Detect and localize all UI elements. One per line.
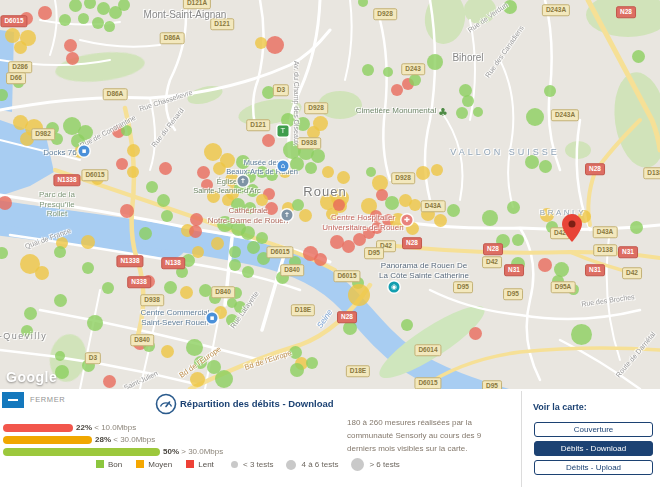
road-badge: N338 bbox=[127, 276, 151, 288]
test-count-legend: < 3 tests4 à 6 tests> 6 tests bbox=[231, 458, 413, 471]
map-dot-r bbox=[189, 225, 202, 238]
road-badge: D95 bbox=[453, 281, 473, 293]
road-badge: D6015 bbox=[81, 169, 108, 181]
map-label: Centre CommercialSaint-Sever Rouen bbox=[141, 308, 210, 327]
map-dot-y bbox=[35, 266, 49, 280]
quality-legend: BonMoyenLent bbox=[96, 460, 228, 469]
road-badge: D86A bbox=[160, 32, 185, 44]
map-dot-r bbox=[538, 258, 552, 272]
tree-icon[interactable]: ♣ bbox=[438, 107, 449, 118]
road-badge: D6015 bbox=[0, 15, 27, 27]
map-dot-r bbox=[266, 36, 284, 54]
map-dot-y bbox=[313, 116, 328, 131]
map-dot-g bbox=[482, 210, 498, 226]
test-legend-item: 4 à 6 tests bbox=[286, 460, 338, 470]
map-dot-g bbox=[54, 294, 67, 307]
map-dot-g bbox=[311, 149, 325, 163]
view-button-d-bits-upload[interactable]: Débits - Upload bbox=[534, 460, 653, 475]
map-dot-g bbox=[247, 241, 260, 254]
map-dot-g bbox=[512, 234, 524, 246]
map-canvas[interactable]: D6015D121AD121D86AD286D66D86AD3D928D243A… bbox=[0, 0, 660, 389]
road-badge: D121A bbox=[183, 0, 211, 9]
shopping-icon[interactable]: ▪ bbox=[79, 146, 90, 157]
map-dot-g bbox=[385, 196, 399, 210]
map-dot-y bbox=[431, 164, 443, 176]
map-dot-g bbox=[306, 357, 318, 369]
side-panel-heading: Voir la carte: bbox=[533, 402, 587, 412]
fermer-label[interactable]: FERMER bbox=[30, 395, 65, 404]
map-dot-g bbox=[104, 21, 115, 32]
road-badge: N1338 bbox=[53, 174, 80, 186]
test-legend-item: < 3 tests bbox=[231, 460, 273, 469]
church-icon[interactable]: ✝ bbox=[238, 176, 249, 187]
map-dot-g bbox=[69, 0, 82, 12]
map-dot-g bbox=[427, 54, 443, 70]
map-dot-r bbox=[64, 39, 77, 52]
map-dot-g bbox=[241, 226, 255, 240]
road-badge: D138 bbox=[593, 244, 617, 256]
map-dot-g bbox=[473, 107, 483, 117]
map-marker-pin[interactable] bbox=[562, 214, 582, 242]
map-dot-g bbox=[24, 307, 37, 320]
road-badge: D138 bbox=[643, 167, 660, 179]
speed-bar-row: 50% > 30.0Mbps bbox=[3, 442, 223, 454]
road-badge: D6014 bbox=[414, 344, 441, 356]
shopping-icon[interactable]: ▪ bbox=[207, 313, 218, 324]
road-badge: N31 bbox=[504, 264, 524, 276]
quality-legend-item: Moyen bbox=[136, 460, 172, 469]
map-dot-g bbox=[78, 13, 89, 24]
map-dot-y bbox=[409, 199, 421, 211]
view-button-couverture[interactable]: Couverture bbox=[534, 422, 653, 437]
map-dot-r bbox=[333, 199, 345, 211]
view-button-d-bits-download[interactable]: Débits - Download bbox=[534, 441, 653, 456]
map-dot-y bbox=[213, 162, 226, 175]
map-dot-r bbox=[116, 158, 128, 170]
map-dot-r bbox=[314, 253, 327, 266]
road-badge: D982 bbox=[31, 128, 55, 140]
measurement-note: 180 à 260 mesures réalisées par lacommun… bbox=[347, 416, 487, 455]
map-dot-y bbox=[211, 237, 224, 250]
road-badge: N138 bbox=[161, 257, 185, 269]
map-dot-y bbox=[5, 28, 20, 43]
map-dot-r bbox=[262, 134, 275, 147]
road-badge: D95 bbox=[503, 288, 523, 300]
map-label: Av. du Champ des Oiseaux bbox=[292, 61, 300, 146]
map-dot-g bbox=[507, 201, 520, 214]
hospital-icon[interactable]: ✚ bbox=[402, 215, 413, 226]
google-logo[interactable]: Google bbox=[6, 369, 57, 385]
test-legend-item: > 6 tests bbox=[351, 458, 399, 471]
map-dot-g bbox=[401, 319, 413, 331]
map-dot-r bbox=[159, 162, 172, 175]
road-badge: D243A bbox=[551, 109, 579, 121]
map-dot-g bbox=[227, 298, 237, 308]
map-dot-g bbox=[456, 107, 468, 119]
road-badge: D6015 bbox=[414, 377, 441, 389]
map-view-buttons: CouvertureDébits - DownloadDébits - Uplo… bbox=[534, 422, 653, 479]
road-badge: N28 bbox=[337, 311, 357, 323]
map-dot-g bbox=[54, 246, 66, 258]
map-dot-y bbox=[127, 166, 139, 178]
map-dot-y bbox=[161, 345, 174, 358]
church-icon[interactable]: ✝ bbox=[282, 210, 293, 221]
road-badge: D243 bbox=[401, 63, 425, 75]
map-label: CathédraleNotre-Dame de Rouen bbox=[208, 206, 288, 225]
museum-icon[interactable]: ⌂ bbox=[278, 161, 289, 172]
fermer-button[interactable] bbox=[2, 392, 24, 408]
panel-divider bbox=[521, 391, 522, 487]
map-dot-g bbox=[242, 266, 254, 278]
map-dot-y bbox=[322, 166, 334, 178]
map-dot-g bbox=[164, 281, 177, 294]
sensorly-map-page: D6015D121AD121D86AD286D66D86AD3D928D243A… bbox=[0, 0, 660, 489]
panorama-icon[interactable]: ◉ bbox=[389, 282, 400, 293]
quality-swatch bbox=[186, 460, 194, 468]
map-dot-g bbox=[362, 64, 374, 76]
map-dot-g bbox=[571, 324, 592, 345]
map-dot-y bbox=[416, 166, 430, 180]
map-dot-g bbox=[409, 74, 421, 86]
map-dot-r bbox=[120, 204, 134, 218]
map-dot-g bbox=[343, 321, 357, 335]
map-dot-y bbox=[180, 286, 193, 299]
map-dot-g bbox=[539, 160, 552, 173]
map-dot-g bbox=[161, 210, 173, 222]
transit-icon[interactable]: T bbox=[278, 126, 289, 137]
